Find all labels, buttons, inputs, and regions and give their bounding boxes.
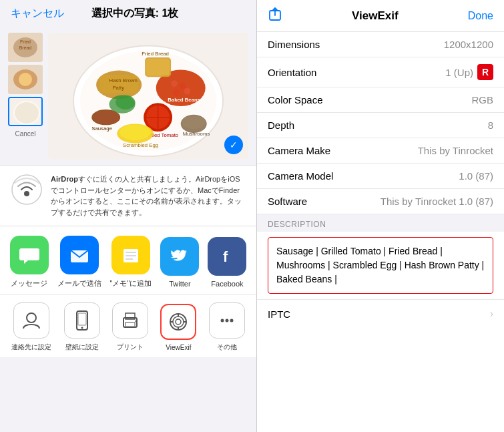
cameramodel-label: Camera Model (268, 170, 333, 182)
description-box: Sausage | Grilled Tomato | Fried Bread |… (268, 237, 493, 294)
contact-icon (13, 302, 49, 339)
cameramodel-value: 1.0 (87) (459, 170, 493, 182)
meta-row-dimensions: Dimensions 1200x1200 (257, 32, 504, 57)
share-app-twitter[interactable]: Twitter (160, 237, 199, 288)
depth-value: 8 (488, 120, 493, 131)
cameramake-label: Camera Make (268, 145, 330, 156)
action-other[interactable]: その他 (209, 302, 245, 352)
twitter-icon (160, 237, 199, 276)
svg-point-32 (182, 116, 206, 129)
top-bar: キャンセル 選択中の写真: 1枚 (0, 0, 256, 27)
svg-text:f: f (223, 248, 228, 265)
meta-row-colorspace: Color Space RGB (257, 87, 504, 113)
dimensions-value: 1200x1200 (444, 39, 493, 50)
right-title: ViewExif (352, 9, 399, 23)
share-icon[interactable] (268, 7, 282, 25)
print-label: プリント (117, 343, 144, 352)
main-image: Hash Brown Patty Baked Beans Sausage Gr (48, 33, 248, 160)
chevron-right-icon: › (490, 308, 493, 320)
mail-icon (60, 236, 99, 274)
svg-text:Patty: Patty (112, 85, 124, 91)
svg-rect-38 (146, 59, 170, 75)
svg-point-70 (220, 319, 224, 322)
svg-point-72 (230, 319, 233, 322)
svg-point-55 (27, 313, 36, 322)
svg-point-9 (15, 102, 39, 124)
svg-point-42 (12, 175, 41, 204)
contact-label: 連絡先に設定 (11, 343, 51, 352)
software-value: This by Tinrocket 1.0 (87) (381, 196, 493, 207)
svg-text:Hash Brown: Hash Brown (109, 77, 138, 83)
share-app-notes[interactable]: "メモ"に追加 (110, 236, 152, 288)
action-wallpaper[interactable]: 壁紙に設定 (64, 302, 100, 352)
notes-icon (111, 236, 150, 274)
orientation-label: Orientation (268, 67, 316, 78)
thumbnail-3[interactable] (8, 97, 43, 126)
svg-point-24 (94, 111, 120, 124)
svg-text:Scrambled Egg: Scrambled Egg (123, 142, 158, 148)
share-app-messages[interactable]: メッセージ (10, 236, 49, 288)
meta-row-software: Software This by Tinrocket 1.0 (87) (257, 189, 504, 214)
selected-badge: ✓ (224, 136, 243, 154)
right-panel: ViewExif Done Dimensions 1200x1200 Orien… (257, 0, 504, 432)
meta-row-orientation: Orientation 1 (Up) R (257, 57, 504, 87)
svg-text:Baked Beans: Baked Beans (168, 97, 201, 103)
wallpaper-icon (64, 302, 100, 339)
right-header: ViewExif Done (257, 0, 504, 32)
messages-icon (10, 236, 49, 274)
facebook-label: Facebook (211, 280, 243, 288)
iptc-row[interactable]: IPTC › (257, 299, 504, 328)
svg-point-71 (225, 319, 228, 322)
meta-row-cameramodel: Camera Model 1.0 (87) (257, 164, 504, 189)
done-button[interactable]: Done (468, 10, 493, 22)
svg-point-6 (19, 73, 32, 86)
action-contact[interactable]: 連絡先に設定 (11, 302, 51, 352)
depth-label: Depth (268, 120, 294, 131)
orientation-value: 1 (Up) R (445, 64, 493, 80)
image-area: Fried Bread Cancel (0, 27, 256, 165)
action-print[interactable]: プリント (112, 302, 148, 352)
print-icon (112, 302, 148, 339)
svg-text:Fried: Fried (20, 39, 31, 44)
share-apps-row: メッセージ メールで送信 (0, 226, 256, 294)
facebook-icon: f (208, 237, 246, 276)
svg-point-62 (135, 320, 137, 322)
thumbnail-2[interactable] (8, 65, 43, 94)
dimensions-label: Dimensions (268, 39, 320, 50)
other-label: その他 (217, 343, 237, 352)
messages-label: メッセージ (11, 278, 47, 288)
svg-rect-61 (125, 322, 135, 327)
meta-row-depth: Depth 8 (257, 113, 504, 138)
svg-point-35 (119, 124, 151, 140)
cameramake-value: This by Tinrocket (418, 145, 493, 156)
action-viewexif[interactable]: ViewExif (160, 304, 196, 351)
svg-point-21 (173, 89, 180, 96)
svg-text:Fried Bread: Fried Bread (142, 51, 169, 57)
action-row: 連絡先に設定 壁紙に設定 プリント (0, 294, 256, 357)
meta-row-cameramake: Camera Make This by Tinrocket (257, 138, 504, 164)
svg-text:Bread: Bread (19, 45, 32, 50)
notes-label: "メモ"に追加 (110, 278, 152, 288)
svg-point-41 (115, 95, 135, 110)
svg-point-19 (180, 83, 186, 89)
thumbnail-1[interactable]: Fried Bread (8, 33, 43, 62)
svg-point-18 (171, 80, 178, 87)
airdrop-section: AirDropすぐに近くの人と共有しましょう。AirDropをiOSでコントロー… (0, 165, 256, 226)
share-app-mail[interactable]: メールで送信 (57, 236, 101, 288)
mail-label: メールで送信 (57, 278, 101, 288)
colorspace-label: Color Space (268, 94, 323, 105)
svg-point-64 (173, 316, 184, 327)
svg-point-20 (184, 88, 191, 95)
svg-point-43 (24, 191, 29, 196)
software-label: Software (268, 196, 307, 207)
description-section-header: DESCRIPTION (257, 214, 504, 232)
r-badge: R (477, 64, 493, 80)
page-title: 選択中の写真: 1枚 (91, 7, 179, 21)
share-app-facebook[interactable]: f Facebook (208, 237, 246, 288)
cancel-label: Cancel (8, 130, 43, 138)
cancel-button[interactable]: キャンセル (11, 7, 64, 21)
other-icon (209, 302, 245, 339)
twitter-label: Twitter (169, 280, 190, 288)
iptc-label: IPTC (268, 308, 290, 320)
thumbnail-strip: Fried Bread Cancel (8, 33, 43, 138)
